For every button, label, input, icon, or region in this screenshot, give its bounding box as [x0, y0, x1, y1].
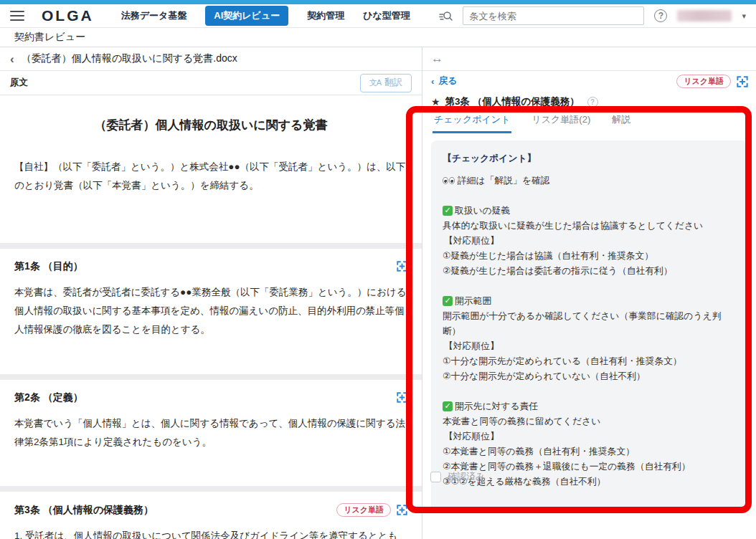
article-3-paragraph-1: 1. 受託者は、個人情報の取扱いについて関係法令及びガイドライン等を遵守するとと… — [14, 527, 407, 539]
help-icon[interactable]: ? — [654, 9, 667, 22]
page-title-bar: 契約書レビュー — [0, 28, 756, 47]
check-icon: ✓ — [443, 507, 453, 514]
article-1-block: 第1条 （目的） 本覚書は、委託者が受託者に委託する●●業務全般（以下「委託業務… — [0, 249, 422, 374]
star-icon[interactable]: ★ — [431, 96, 440, 108]
back-link[interactable]: ‹ 戻る — [431, 75, 458, 87]
fullscreen-icon[interactable] — [737, 76, 747, 87]
translate-button[interactable]: 文A 翻訳 — [360, 74, 412, 92]
confirmed-label: 確認済み — [448, 470, 485, 483]
review-tabs: チェックポイント リスク単語(2) 解説 — [422, 110, 756, 133]
main-nav: 法務データ基盤 AI契約レビュー 契約管理 ひな型管理 — [121, 6, 410, 26]
article-2-body: 本覚書でいう「個人情報」とは、個人に関する情報であって、個人情報の保護に関する法… — [14, 414, 407, 452]
article-2-block: 第2条 （定義） 本覚書でいう「個人情報」とは、個人に関する情報であって、個人情… — [0, 380, 422, 487]
checkpoint-group-title: 開示範囲 — [455, 293, 491, 308]
tab-commentary[interactable]: 解説 — [610, 110, 632, 133]
search-input[interactable] — [463, 6, 644, 25]
checkpoint-group-title: 監督義務 — [455, 504, 491, 513]
rank-option: ②本覚書と同等の義務＋退職後にも一定の義務（自社有利） — [443, 459, 736, 474]
back-chevron-icon[interactable]: ‹ — [10, 53, 14, 65]
focus-article-icon[interactable] — [397, 261, 407, 272]
nav-item-ai-contract-review[interactable]: AI契約レビュー — [205, 6, 288, 26]
document-preamble: 【自社】（以下「委託者」という。）と株式会社●●（以下「受託者」という。）は、以… — [14, 158, 407, 196]
article-1-heading: 第1条 （目的） — [14, 260, 83, 273]
confirmed-checkbox[interactable] — [430, 472, 441, 482]
document-header: ‹ （委託者）個人情報の取扱いに関する覚書.docx — [0, 47, 422, 71]
rank-label: 【対応順位】 — [443, 429, 736, 444]
risk-word-badge[interactable]: リスク単語 — [676, 75, 731, 88]
check-icon: ✓ — [443, 296, 453, 306]
checkpoint-group-title: 取扱いの疑義 — [455, 203, 510, 218]
review-panel: ↔ ‹ 戻る リスク単語 ★ 第3条 （個人情報の保護義務） ? チェックポイン… — [422, 47, 756, 539]
checkpoint-desc: 本覚書と同等の義務に留めてください — [443, 414, 736, 429]
page-title: 契約書レビュー — [14, 31, 85, 44]
nav-item-legal-data-platform[interactable]: 法務データ基盤 — [121, 9, 187, 22]
check-icon: ✓ — [443, 401, 453, 411]
document-toolbar: 原文 文A 翻訳 — [0, 71, 422, 95]
rank-label: 【対応順位】 — [443, 338, 736, 353]
chevron-down-icon[interactable]: ▾ — [742, 11, 746, 21]
checkpoint-group: ✓開示範囲 開示範囲が十分であるか確認してください（事業部に確認のうえ判断） 【… — [443, 293, 736, 383]
help-icon[interactable]: ? — [587, 97, 598, 108]
rank-option: ②疑義が生じた場合は委託者の指示に従う（自社有利） — [443, 263, 736, 278]
hamburger-menu-icon[interactable] — [10, 11, 24, 21]
checkpoint-group-title: 開示先に対する責任 — [455, 399, 538, 414]
tab-risk-words[interactable]: リスク単語(2) — [530, 110, 592, 133]
back-link-label: 戻る — [438, 75, 457, 87]
search-in-text-icon — [439, 10, 453, 22]
article-2-heading: 第2条 （定義） — [14, 391, 83, 404]
rank-label: 【対応順位】 — [443, 233, 736, 248]
navbar-right: ? ▾ — [439, 6, 746, 25]
checkpoint-group: ✓取扱いの疑義 具体的な取扱いに疑義が生じた場合は協議するとしてください 【対応… — [443, 203, 736, 278]
rank-option: ②十分な開示先が定められていない（自社不利） — [443, 368, 736, 383]
rank-option: ①疑義が生じた場合は協議（自社有利・推奨条文） — [443, 248, 736, 263]
checkpoint-group: ✓監督義務 受託者による従業員の監督義務は、「必要かつ適切」な範囲に留めてくださ… — [443, 504, 736, 513]
checkpoint-group: ✓開示先に対する責任 本覚書と同等の義務に留めてください 【対応順位】 ①本覚書… — [443, 399, 736, 489]
back-chevron-icon: ‹ — [431, 76, 434, 87]
risk-word-badge[interactable]: リスク単語 — [336, 503, 391, 517]
user-name-redacted[interactable] — [677, 10, 732, 22]
document-title: （委託者）個人情報の取扱いに関する覚書 — [14, 117, 407, 133]
review-article-row: ★ 第3条 （個人情報の保護義務） ? — [422, 91, 756, 113]
checkpoint-heading: 【チェックポイント】 — [443, 151, 736, 166]
confirmed-row: 確認済み — [430, 470, 485, 483]
checkpoint-card[interactable]: 【チェックポイント】 詳細は「解説」を確認 ✓取扱いの疑義 具体的な取扱いに疑義… — [431, 140, 747, 513]
document-body[interactable]: （委託者）個人情報の取扱いに関する覚書 【自社】（以下「委託者」という。）と株式… — [0, 95, 422, 539]
document-preamble-block: （委託者）個人情報の取扱いに関する覚書 【自社】（以下「委託者」という。）と株式… — [0, 95, 422, 243]
article-3-heading: 第3条 （個人情報の保護義務） — [14, 504, 153, 517]
document-file-name: （委託者）個人情報の取扱いに関する覚書.docx — [22, 52, 237, 65]
review-article-title: 第3条 （個人情報の保護義務） — [445, 95, 580, 108]
translate-icon: 文A — [369, 77, 381, 88]
translate-button-label: 翻訳 — [384, 77, 402, 89]
article-3-block: 第3条 （個人情報の保護義務） リスク単語 1. 受託者は、個人情報の取扱いにつ… — [0, 492, 422, 539]
check-icon: ✓ — [443, 206, 453, 216]
checkpoint-desc: 具体的な取扱いに疑義が生じた場合は協議するとしてください — [443, 218, 736, 233]
checkpoint-note: 詳細は「解説」を確認 — [443, 173, 736, 188]
source-label: 原文 — [10, 77, 28, 89]
document-panel: ‹ （委託者）個人情報の取扱いに関する覚書.docx 原文 文A 翻訳 （委託者… — [0, 47, 422, 539]
article-1-body: 本覚書は、委託者が受託者に委託する●●業務全般（以下「委託業務」という。）におけ… — [14, 283, 407, 340]
top-navbar: OLGA 法務データ基盤 AI契約レビュー 契約管理 ひな型管理 ? ▾ — [0, 4, 756, 28]
checkpoint-desc: 開示範囲が十分であるか確認してください（事業部に確認のうえ判断） — [443, 308, 736, 338]
panel-resize-bar: ↔ — [422, 47, 756, 71]
focus-article-icon[interactable] — [397, 392, 407, 403]
resize-horizontal-icon[interactable]: ↔ — [431, 52, 443, 66]
olga-logo: OLGA — [42, 7, 94, 24]
rank-option: ①十分な開示先が定められている（自社有利・推奨条文） — [443, 353, 736, 368]
nav-item-template-management[interactable]: ひな型管理 — [363, 9, 410, 22]
rank-option: ①本覚書と同等の義務（自社有利・推奨条文） — [443, 444, 736, 459]
nav-item-contract-management[interactable]: 契約管理 — [307, 9, 344, 22]
rank-option: ③①②を超える厳格な義務（自社不利） — [443, 474, 736, 489]
focus-article-icon[interactable] — [397, 505, 407, 515]
review-header: ‹ 戻る リスク単語 — [422, 71, 756, 91]
eyes-icon — [443, 177, 455, 184]
tab-checkpoint[interactable]: チェックポイント — [433, 110, 511, 133]
